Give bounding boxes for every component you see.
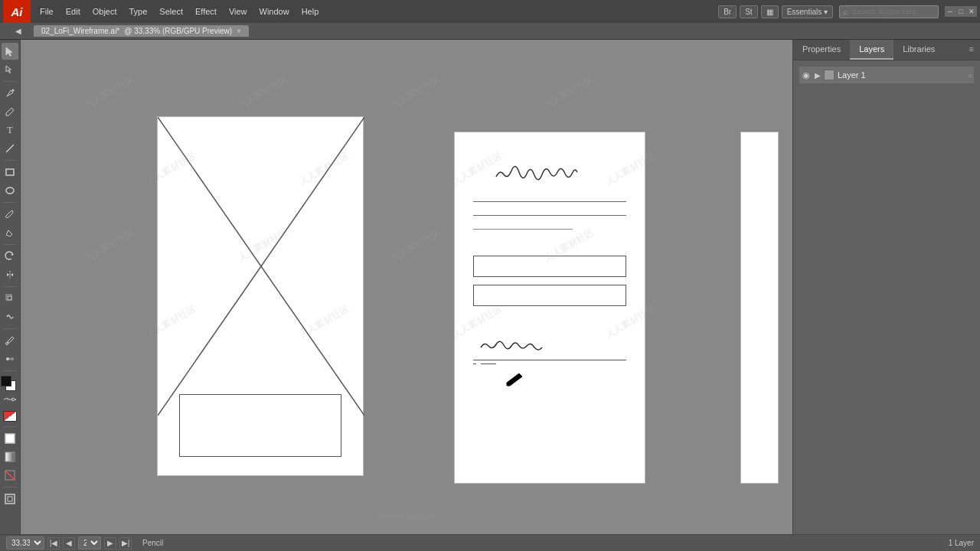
change-screen-btn[interactable] xyxy=(2,491,18,507)
next-page-btn[interactable]: ▶ xyxy=(104,537,116,549)
watermark-text-9: 人人素材社区 xyxy=(83,226,137,265)
svg-point-10 xyxy=(11,357,14,360)
artboard-2 xyxy=(454,132,645,484)
scale-tool[interactable] xyxy=(2,290,18,307)
artboard-1-bottom-rect xyxy=(179,394,341,457)
swap-colors-btn[interactable] xyxy=(3,397,17,406)
svg-rect-13 xyxy=(5,452,15,461)
foreground-color-swatch[interactable] xyxy=(1,376,11,386)
rotate-tool[interactable] xyxy=(2,248,18,265)
menu-view[interactable]: View xyxy=(223,4,253,19)
last-page-btn[interactable]: ▶| xyxy=(119,537,132,549)
tab-libraries[interactable]: Libraries xyxy=(893,40,944,60)
wf-dot-1 xyxy=(473,364,476,364)
selection-tool[interactable] xyxy=(2,43,18,60)
menu-help[interactable]: Help xyxy=(296,4,325,19)
type-tool[interactable]: T xyxy=(2,122,18,139)
status-right: 1 Layer xyxy=(949,539,974,547)
blend-tool[interactable] xyxy=(2,350,18,367)
none-fill-icon[interactable] xyxy=(3,411,17,422)
wf-input-2[interactable] xyxy=(473,285,626,306)
tab-properties[interactable]: Properties xyxy=(793,40,850,60)
top-icons-area: Br St ▦ Essentials ▾ ⌕ ─ □ ✕ xyxy=(718,5,977,18)
ellipse-tool[interactable] xyxy=(2,182,18,199)
zoom-control: 33.33% 50% 100% xyxy=(6,536,44,549)
first-page-btn[interactable]: |◀ xyxy=(47,537,60,549)
menu-bar: Ai File Edit Object Type Select Effect V… xyxy=(0,0,980,23)
site-watermark: www.ri-sc.com xyxy=(377,511,436,520)
menu-edit[interactable]: Edit xyxy=(60,4,87,19)
menu-window[interactable]: Window xyxy=(253,4,296,19)
line-tool[interactable] xyxy=(2,140,18,157)
tab-layers[interactable]: Layers xyxy=(850,40,893,60)
artboard-1 xyxy=(157,116,364,476)
tab-close-button[interactable]: × xyxy=(237,27,241,35)
svg-point-8 xyxy=(6,343,8,345)
reflect-tool[interactable] xyxy=(2,266,18,283)
color-swatch[interactable] xyxy=(1,376,19,394)
watermark-text-2: 人人素材社区 xyxy=(236,73,290,112)
wireframe-content xyxy=(455,132,645,410)
panel-expand-btn[interactable]: ≡ xyxy=(963,40,980,60)
wf-squiggle-svg xyxy=(473,155,626,186)
window-controls: ─ □ ✕ xyxy=(945,6,977,17)
wf-bottom-dots-row xyxy=(473,364,626,364)
search-input[interactable] xyxy=(839,5,939,18)
menu-type[interactable]: Type xyxy=(123,4,154,19)
watermark-text-1: 人人素材社区 xyxy=(83,73,137,112)
svg-line-15 xyxy=(5,471,15,480)
layer-expand-arrow[interactable]: ▶ xyxy=(815,71,821,80)
menu-file[interactable]: File xyxy=(34,4,60,19)
svg-point-9 xyxy=(6,357,9,360)
svg-rect-6 xyxy=(8,296,11,300)
restore-button[interactable]: □ xyxy=(956,6,966,17)
eyedropper-tool[interactable] xyxy=(2,332,18,349)
menu-object[interactable]: Object xyxy=(87,4,123,19)
direct-selection-tool[interactable] xyxy=(2,61,18,78)
canvas-area[interactable]: 人人素材社区 人人素材社区 人人素材社区 人人素材社区 人人素材社区 人人素材社… xyxy=(21,40,792,534)
layer-row: ◉ ▶ Layer 1 ○ xyxy=(799,67,974,83)
bridge-button[interactable]: Br xyxy=(718,5,737,18)
eraser-tool[interactable] xyxy=(2,224,18,241)
wf-input-1[interactable] xyxy=(473,256,626,277)
rectangle-tool[interactable] xyxy=(2,164,18,181)
warp-tool[interactable] xyxy=(2,308,18,325)
pen-tool[interactable] xyxy=(2,85,18,102)
paintbrush-tool[interactable] xyxy=(2,206,18,223)
none-btn[interactable] xyxy=(2,467,18,484)
right-panel-body: ◉ ▶ Layer 1 ○ xyxy=(793,60,980,534)
page-select[interactable]: 2 1 xyxy=(78,536,101,549)
right-panel-tabs: Properties Layers Libraries ≡ xyxy=(793,40,980,60)
svg-point-4 xyxy=(6,187,14,194)
fill-color-btn[interactable] xyxy=(2,430,18,447)
essentials-button[interactable]: Essentials ▾ xyxy=(782,5,833,18)
watermark-text-11: 人人素材社区 xyxy=(389,226,443,265)
zoom-select[interactable]: 33.33% 50% 100% xyxy=(6,536,44,549)
panel-toggle[interactable]: ◀ xyxy=(3,27,34,35)
minimize-button[interactable]: ─ xyxy=(945,6,956,17)
document-tab[interactable]: 02_LoFi_Wireframe.ai* @ 33.33% (RGB/GPU … xyxy=(34,25,249,37)
layers-count-info: 1 Layer xyxy=(949,539,974,547)
prev-page-btn[interactable]: ◀ xyxy=(63,537,75,549)
close-button[interactable]: ✕ xyxy=(966,6,977,17)
artboard-1-cross-svg xyxy=(158,117,364,416)
svg-line-1 xyxy=(11,108,14,110)
wf-title-area xyxy=(473,155,626,187)
stock-button[interactable]: St xyxy=(740,5,757,18)
svg-rect-12 xyxy=(5,434,15,443)
wf-squiggle-bottom-svg xyxy=(473,334,611,357)
wf-line-short-1 xyxy=(473,229,573,230)
pencil-cursor-area xyxy=(473,372,626,395)
layer-thumbnail xyxy=(824,70,835,80)
menu-effect[interactable]: Effect xyxy=(189,4,223,19)
gradient-btn[interactable] xyxy=(2,448,18,465)
svg-rect-7 xyxy=(6,295,11,300)
svg-rect-16 xyxy=(5,494,15,504)
wf-inputs xyxy=(473,253,626,309)
menu-select[interactable]: Select xyxy=(153,4,189,19)
layer-lock-icon[interactable]: ○ xyxy=(968,71,972,80)
layer-visibility-toggle[interactable]: ◉ xyxy=(801,70,812,80)
layer-name-label: Layer 1 xyxy=(838,70,866,80)
arrange-button[interactable]: ▦ xyxy=(761,5,779,18)
pencil-tool[interactable] xyxy=(2,103,18,120)
